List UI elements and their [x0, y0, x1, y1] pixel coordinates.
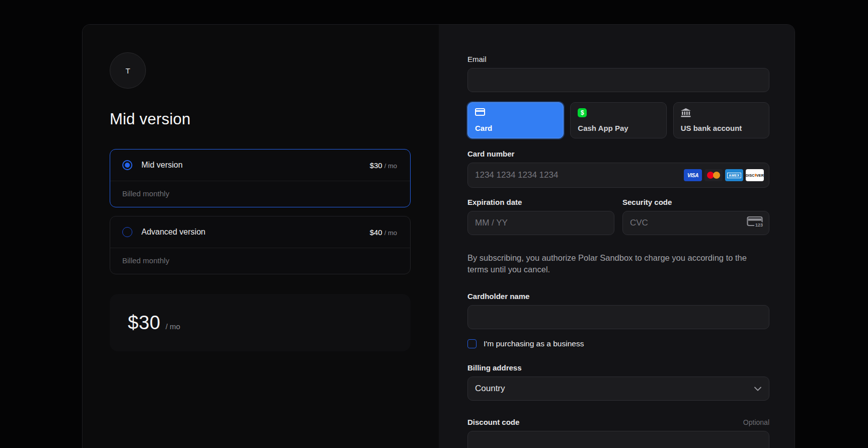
discover-text-right: VER [756, 174, 764, 177]
amex-icon: AMEX [725, 169, 743, 181]
cardholder-name-input[interactable] [467, 305, 769, 329]
tab-cash-app-pay[interactable]: $ Cash App Pay [570, 102, 666, 138]
plan-option-mid[interactable]: Mid version $30/ mo Billed monthly [110, 149, 411, 207]
page-title: Mid version [110, 110, 411, 128]
tab-card-label: Card [475, 124, 556, 132]
plan-price-amount: $30 [370, 161, 382, 170]
chevron-down-icon [754, 384, 761, 393]
email-input[interactable] [467, 68, 769, 92]
cash-app-icon-symbol: $ [581, 109, 584, 116]
billing-note: Billed monthly [110, 181, 410, 207]
plan-option-head[interactable]: Mid version $30/ mo [110, 150, 410, 181]
total-amount: $30 [128, 312, 161, 334]
visa-icon: VISA [684, 169, 702, 181]
cash-app-icon: $ [578, 108, 587, 117]
plan-price-amount: $40 [370, 228, 382, 237]
discount-code-input[interactable] [467, 431, 769, 448]
subscription-disclaimer: By subscribing, you authorize Polar Sand… [467, 252, 749, 276]
card-icon [475, 108, 485, 116]
plan-price: $40/ mo [370, 228, 397, 237]
card-brand-icons: VISA AMEX DISCVER [684, 169, 764, 181]
country-select[interactable]: Country [467, 377, 769, 401]
email-label: Email [467, 55, 769, 63]
plan-price-interval: / mo [384, 229, 397, 237]
business-checkbox-label: I'm purchasing as a business [484, 339, 584, 348]
payment-method-tabs: Card $ Cash App Pay US bank account [467, 102, 769, 138]
plan-option-advanced[interactable]: Advanced version $40/ mo Billed monthly [110, 216, 411, 274]
cvc-icon-123: 123 [755, 222, 763, 228]
discount-code-label: Discount code [467, 418, 519, 426]
radio-checked-icon[interactable] [122, 160, 132, 170]
business-purchase-row[interactable]: I'm purchasing as a business [467, 339, 769, 348]
business-checkbox[interactable] [467, 339, 477, 348]
amex-text: AMEX [727, 173, 741, 178]
tab-us-bank-label: US bank account [681, 124, 762, 132]
visa-text: VISA [687, 173, 698, 178]
tab-card[interactable]: Card [467, 102, 564, 138]
security-code-label: Security code [622, 198, 769, 206]
payment-form-panel: Email Card $ Cash App Pay US bank accoun… [439, 25, 795, 448]
radio-unchecked-icon[interactable] [122, 227, 132, 237]
plan-price-interval: / mo [384, 162, 397, 170]
billing-note: Billed monthly [110, 248, 410, 274]
total-interval: / mo [166, 315, 180, 331]
plan-option-head[interactable]: Advanced version $40/ mo [110, 216, 410, 248]
tab-us-bank-account[interactable]: US bank account [673, 102, 769, 138]
discover-text-left: DISC [746, 174, 755, 177]
billing-address-label: Billing address [467, 363, 769, 372]
plan-options: Mid version $30/ mo Billed monthly Advan… [110, 149, 411, 274]
plan-name: Advanced version [141, 228, 205, 237]
bank-icon [681, 108, 762, 119]
expiration-label: Expiration date [467, 198, 614, 206]
cvc-card-icon: 123 [747, 216, 763, 230]
discover-icon: DISCVER [746, 169, 764, 181]
cardholder-name-label: Cardholder name [467, 292, 769, 301]
expiration-input[interactable] [467, 211, 614, 235]
plan-price: $30/ mo [370, 161, 397, 170]
discount-optional-tag: Optional [743, 418, 769, 426]
total-price-box: $30 / mo [110, 294, 411, 351]
country-select-value: Country [475, 384, 505, 394]
checkout-card: T Mid version Mid version $30/ mo Billed… [82, 24, 795, 448]
mastercard-icon [704, 169, 723, 181]
tab-cash-app-label: Cash App Pay [578, 124, 659, 132]
product-summary-panel: T Mid version Mid version $30/ mo Billed… [83, 25, 439, 448]
card-number-label: Card number [467, 150, 769, 158]
avatar-letter: T [125, 66, 130, 75]
avatar: T [110, 52, 146, 89]
plan-name: Mid version [141, 161, 183, 170]
